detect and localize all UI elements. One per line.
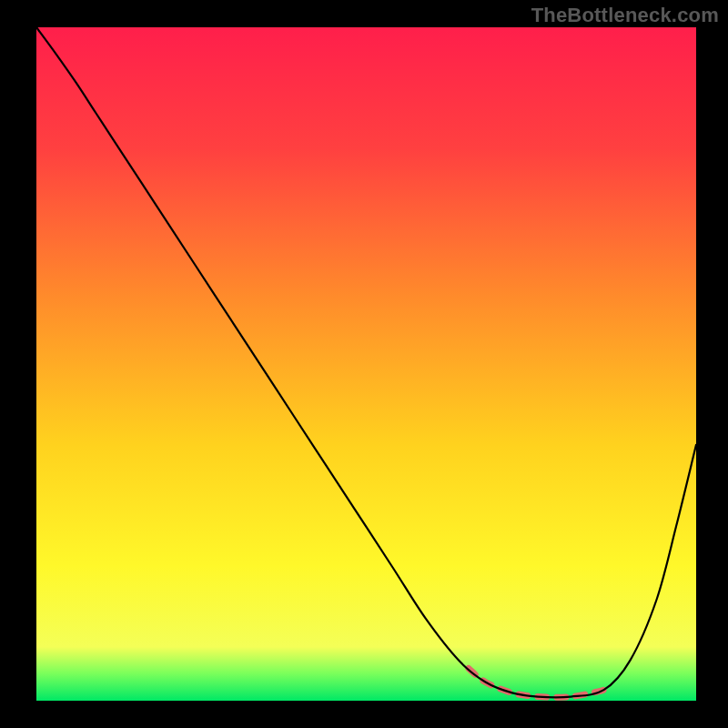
bottleneck-chart xyxy=(0,0,728,728)
watermark-text: TheBottleneck.com xyxy=(531,4,719,27)
plot-area xyxy=(36,27,696,701)
chart-container: TheBottleneck.com xyxy=(0,0,728,728)
